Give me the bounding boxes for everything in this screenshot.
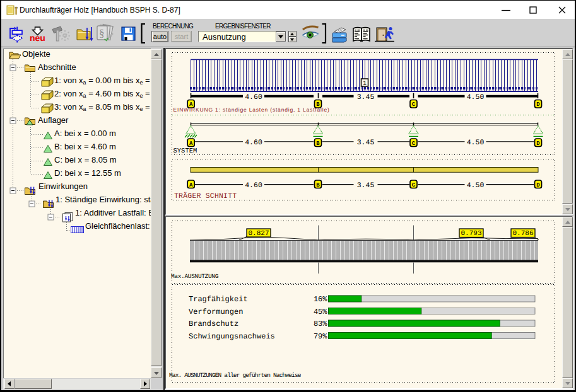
svg-text:1: 1 [363, 81, 367, 88]
svg-text:D: D [536, 101, 540, 108]
svg-text:3.45: 3.45 [357, 93, 375, 101]
svg-text:TRÄGER SCHNITT: TRÄGER SCHNITT [174, 192, 237, 200]
svg-text:B: B [316, 141, 320, 147]
svg-text:Verformungen: Verformungen [189, 308, 243, 316]
svg-text:4.60: 4.60 [245, 182, 262, 190]
svg-text:C: C [412, 101, 416, 108]
svg-text:0.786: 0.786 [512, 230, 533, 238]
svg-text:A: A [189, 141, 193, 147]
svg-text:4.50: 4.50 [467, 139, 485, 147]
svg-text:4.50: 4.50 [467, 182, 485, 190]
svg-text:0.793: 0.793 [461, 230, 481, 238]
svg-text:C: C [412, 141, 416, 147]
svg-text:0.827: 0.827 [248, 230, 269, 238]
svg-text:EINWIRKUNG 1: ständige Lasten: EINWIRKUNG 1: ständige Lasten (ständig, … [173, 107, 330, 113]
svg-text:Max. AUSNUTZUNGEN aller geführ: Max. AUSNUTZUNGEN aller geführten Nachwe… [169, 372, 302, 379]
svg-text:3.45: 3.45 [357, 139, 375, 147]
svg-text:83%: 83% [314, 320, 327, 328]
svg-text:neu: neu [30, 33, 45, 43]
svg-text:A: A [189, 182, 193, 188]
svg-text:Schwingungsnachweis: Schwingungsnachweis [189, 332, 275, 341]
svg-text:16%: 16% [314, 295, 327, 304]
svg-text:45%: 45% [314, 308, 327, 316]
svg-text:79%: 79% [314, 332, 327, 341]
svg-text:D: D [536, 182, 540, 188]
svg-text:4.50: 4.50 [467, 93, 485, 101]
svg-text:D: D [536, 141, 540, 147]
svg-text:Brandschutz: Brandschutz [189, 320, 238, 328]
svg-text:SYSTEM: SYSTEM [173, 147, 197, 155]
svg-text:Max.AUSNUTZUNG: Max.AUSNUTZUNG [171, 273, 219, 280]
svg-text:B: B [316, 182, 320, 188]
svg-text:Tragfähigkeit: Tragfähigkeit [189, 295, 248, 304]
svg-text:3.45: 3.45 [357, 182, 375, 190]
svg-text:4.60: 4.60 [245, 139, 262, 147]
svg-text:§: § [99, 27, 105, 39]
svg-text:C: C [412, 182, 416, 188]
svg-text:4.60: 4.60 [245, 93, 262, 101]
